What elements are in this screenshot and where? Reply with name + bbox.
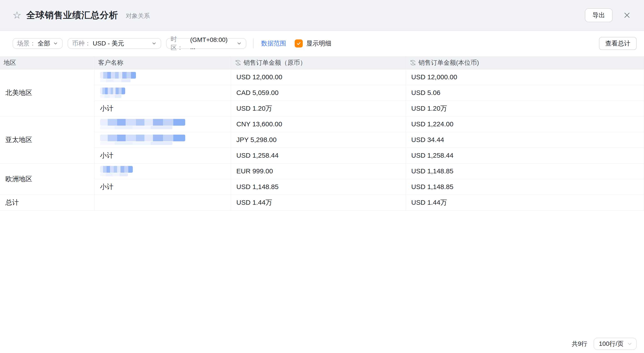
chevron-down-icon — [53, 41, 58, 46]
customer-cell — [94, 163, 231, 179]
view-total-button[interactable]: 查看总计 — [599, 37, 636, 50]
customer-cell — [94, 69, 231, 85]
table-row: CAD 5,059.00USD 5.06 — [0, 85, 644, 100]
amount-original-cell: USD 12,000.00 — [231, 69, 406, 85]
region-cell: 亚太地区 — [0, 116, 94, 163]
table-row: 北美地区USD 12,000.00USD 12,000.00 — [0, 69, 644, 85]
timezone-filter-label: 时区： — [171, 35, 188, 52]
page-size-select[interactable]: 100行/页 — [594, 338, 637, 350]
pagination-bar: 共9行 100行/页 — [572, 338, 636, 350]
currency-filter-label: 币种： — [72, 39, 91, 48]
filter-divider — [253, 38, 254, 48]
table-header-row: 地区 客户名称 $ — [0, 56, 644, 69]
amount-original-cell: CAD 5,059.00 — [231, 85, 406, 100]
close-icon[interactable] — [622, 11, 632, 20]
analysis-window: ☆ 全球销售业绩汇总分析 对象关系 导出 场景： 全部 币种： USD - 美元 — [0, 0, 644, 353]
show-detail-checkbox[interactable] — [295, 40, 303, 48]
redacted-customer-name[interactable] — [100, 72, 136, 82]
subtotal-amount-base-cell: USD 1.20万 — [406, 100, 644, 116]
subtotal-label-cell: 小计 — [94, 179, 231, 195]
titlebar-right: 导出 — [585, 8, 632, 22]
scene-filter-dropdown[interactable]: 场景： 全部 — [12, 38, 63, 49]
currency-exchange-icon: $ — [235, 59, 242, 66]
customer-cell — [94, 116, 231, 132]
currency-filter-dropdown[interactable]: 币种： USD - 美元 — [68, 38, 161, 49]
redacted-customer-name[interactable] — [100, 166, 133, 176]
subtotal-amount-original-cell: USD 1.20万 — [231, 100, 406, 116]
region-cell: 北美地区 — [0, 69, 94, 116]
chevron-down-icon — [236, 41, 242, 46]
currency-filter-value: USD - 美元 — [93, 39, 124, 48]
subtotal-amount-base-cell: USD 1,148.85 — [406, 179, 644, 195]
page-subtitle: 对象关系 — [126, 12, 150, 20]
svg-text:$: $ — [237, 61, 239, 64]
table-row: 欧洲地区EUR 999.00USD 1,148.85 — [0, 163, 644, 179]
subtotal-row: 小计USD 1.20万USD 1.20万 — [0, 100, 644, 116]
filter-bar: 场景： 全部 币种： USD - 美元 时区： (GMT+08:00) ... … — [0, 31, 644, 56]
amount-base-cell: USD 1,148.85 — [406, 163, 644, 179]
amount-base-cell: USD 12,000.00 — [406, 69, 644, 85]
subtotal-amount-original-cell: USD 1,258.44 — [231, 148, 406, 163]
scene-filter-value: 全部 — [38, 39, 50, 48]
chevron-down-icon — [627, 341, 632, 347]
sales-summary-table: 地区 客户名称 $ — [0, 56, 644, 210]
amount-original-cell: CNY 13,600.00 — [231, 116, 406, 132]
currency-exchange-icon: $ — [410, 59, 416, 66]
total-amount-original-cell: USD 1.44万 — [231, 195, 406, 210]
chevron-down-icon — [151, 41, 157, 46]
scene-filter-label: 场景： — [17, 39, 36, 48]
redacted-customer-name[interactable] — [100, 134, 185, 145]
customer-cell — [94, 132, 231, 148]
redacted-customer-name[interactable] — [100, 119, 185, 129]
page-size-value: 100行/页 — [599, 340, 624, 348]
window-titlebar: ☆ 全球销售业绩汇总分析 对象关系 导出 — [0, 0, 644, 31]
region-cell: 欧洲地区 — [0, 163, 94, 195]
show-detail-option: 显示明细 — [295, 39, 332, 48]
column-header-region: 地区 — [0, 56, 94, 69]
favorite-star-icon[interactable]: ☆ — [12, 10, 21, 20]
subtotal-amount-base-cell: USD 1,258.44 — [406, 148, 644, 163]
data-range-link[interactable]: 数据范围 — [261, 39, 286, 48]
total-amount-base-cell: USD 1.44万 — [406, 195, 644, 210]
titlebar-left: ☆ 全球销售业绩汇总分析 对象关系 — [12, 9, 585, 21]
total-row: 总计USD 1.44万USD 1.44万 — [0, 195, 644, 210]
subtotal-label-cell: 小计 — [94, 100, 231, 116]
customer-cell — [94, 85, 231, 100]
subtotal-label-cell: 小计 — [94, 148, 231, 163]
subtotal-row: 小计USD 1,148.85USD 1,148.85 — [0, 179, 644, 195]
export-button[interactable]: 导出 — [585, 8, 613, 22]
timezone-filter-value: (GMT+08:00) ... — [190, 36, 232, 50]
column-header-amount-original: $ 销售订单金额（原币） — [231, 56, 406, 69]
show-detail-label: 显示明细 — [306, 39, 332, 48]
svg-text:$: $ — [412, 61, 414, 64]
amount-original-cell: JPY 5,298.00 — [231, 132, 406, 148]
amount-base-cell: USD 5.06 — [406, 85, 644, 100]
column-header-amount-base: $ 销售订单金额(本位币) — [406, 56, 644, 69]
row-count-label: 共9行 — [572, 340, 587, 348]
column-header-customer: 客户名称 — [94, 56, 231, 69]
amount-base-cell: USD 34.44 — [406, 132, 644, 148]
timezone-filter-dropdown[interactable]: 时区： (GMT+08:00) ... — [166, 38, 246, 49]
redacted-customer-name[interactable] — [100, 88, 125, 98]
table-row: JPY 5,298.00USD 34.44 — [0, 132, 644, 148]
total-empty-cell — [94, 195, 231, 210]
total-label-cell: 总计 — [0, 195, 94, 210]
subtotal-row: 小计USD 1,258.44USD 1,258.44 — [0, 148, 644, 163]
table-row: 亚太地区CNY 13,600.00USD 1,224.00 — [0, 116, 644, 132]
amount-original-cell: EUR 999.00 — [231, 163, 406, 179]
amount-base-cell: USD 1,224.00 — [406, 116, 644, 132]
page-title: 全球销售业绩汇总分析 — [26, 9, 118, 21]
subtotal-amount-original-cell: USD 1,148.85 — [231, 179, 406, 195]
